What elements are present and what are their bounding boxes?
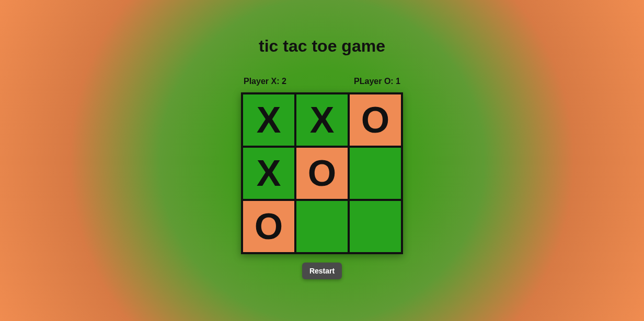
restart-button[interactable]: Restart xyxy=(302,263,342,279)
cell-0[interactable]: X xyxy=(243,94,294,146)
cell-6[interactable]: O xyxy=(243,201,294,252)
cell-3[interactable]: X xyxy=(243,148,294,199)
cell-2[interactable]: O xyxy=(350,94,401,146)
score-player-o: PLayer O: 1 xyxy=(354,77,400,86)
cell-1[interactable]: X xyxy=(296,94,348,146)
game-board: X X O X O O xyxy=(241,92,403,254)
game-title: tic tac toe game xyxy=(259,37,385,56)
game-container: tic tac toe game Player X: 2 PLayer O: 1… xyxy=(241,37,403,321)
cell-4[interactable]: O xyxy=(296,148,348,199)
cell-8[interactable] xyxy=(350,201,401,252)
cell-7[interactable] xyxy=(296,201,348,252)
score-player-x: Player X: 2 xyxy=(244,77,286,86)
score-row: Player X: 2 PLayer O: 1 xyxy=(244,77,400,86)
cell-5[interactable] xyxy=(350,148,401,199)
